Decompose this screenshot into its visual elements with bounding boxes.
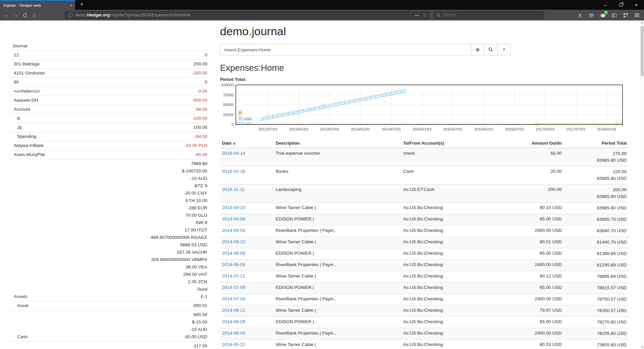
tab-close-icon[interactable]: × (67, 3, 75, 8)
sidebar-account-row: Jij100.00 (10, 123, 207, 132)
column-header-description[interactable]: Description (274, 139, 401, 148)
account-link[interactable]: 4101 Girokonto (14, 69, 45, 77)
account-link[interactable]: 95 (14, 79, 19, 86)
transaction-date-link[interactable]: 2014-07-21 (222, 273, 245, 279)
transaction-date-link[interactable]: 2014-09-23 (222, 205, 245, 210)
reload-button[interactable] (20, 11, 30, 19)
account-link[interactable]: <u>hello</u> (14, 88, 40, 95)
account-link[interactable]: Spending (17, 133, 36, 140)
transaction-amount: 80.10 USD (505, 203, 564, 214)
account-link[interactable]: lk (17, 115, 20, 122)
browser-tab[interactable]: register - hledger-web × (0, 0, 75, 10)
downloads-button[interactable] (576, 11, 584, 19)
transaction-date-link[interactable]: 2016-11-11 (222, 187, 245, 192)
column-header-period-total[interactable]: Period Total (564, 139, 629, 148)
period-total-line: 83840.70 USD (566, 228, 627, 234)
x-tick-label: 2013/07/01 (320, 127, 339, 131)
transaction-date-link[interactable]: 2018-02-28 (222, 169, 245, 174)
sidebar-account-row: Aaasets:DH-500.00 (10, 96, 207, 105)
register-row: 2014-09-08EDISON POWER |As:US:Bo:Checkin… (220, 214, 629, 226)
library-button[interactable] (587, 11, 596, 19)
clear-query-button[interactable]: ⊗ (471, 44, 484, 55)
browser-search-input[interactable] (443, 13, 530, 17)
transaction-accounts: As:US:Bo:Checking (401, 317, 505, 328)
search-button[interactable] (484, 44, 497, 55)
close-button[interactable]: × (629, 0, 644, 10)
transaction-accounts: check (401, 148, 505, 166)
extension-button[interactable]: 0 (598, 11, 607, 19)
account-link[interactable]: Cash (17, 333, 28, 341)
transaction-date-link[interactable]: 2014-06-21 (222, 308, 245, 313)
account-link[interactable]: Asset (17, 302, 29, 309)
balance-amount: BTC 9 (151, 182, 207, 190)
restore-icon (620, 3, 623, 6)
bookmark-star-icon[interactable]: ☆ (423, 12, 427, 18)
register-row: 2018-02-28BooksCash20.00220.0083985.80 U… (220, 166, 629, 185)
search-form: ⊗ ? (220, 44, 511, 55)
page-scrollbar[interactable]: ▲ ▼ (640, 20, 644, 349)
account-link[interactable]: Account (14, 106, 30, 113)
transaction-date-link[interactable]: 2014-07-09 (222, 285, 245, 290)
journal-link[interactable]: Journal (10, 42, 207, 50)
app-menu-button[interactable] (633, 11, 641, 19)
period-total-line: 200.00 (566, 187, 627, 193)
sidebar-toggle-button[interactable] (610, 11, 619, 19)
period-total-cell: 76205.60 USD (564, 328, 629, 340)
column-header-amount[interactable]: Amount Out/In (505, 139, 564, 148)
scroll-down-icon[interactable]: ▼ (640, 346, 644, 348)
back-button[interactable]: ← (1, 11, 11, 19)
register-row: 2014-09-23Wine-Tarner Cable |As:US:Bo:Ch… (220, 203, 629, 214)
account-link[interactable]: Asets:MunyPile (14, 151, 45, 158)
sidebar-account-row: Asset890.01 (10, 301, 207, 310)
transaction-date-link[interactable]: 2014-08-22 (222, 239, 245, 244)
extensions-menu-button[interactable]: + (621, 11, 630, 19)
scrollbar-thumb[interactable] (641, 26, 644, 76)
browser-search-box[interactable] (433, 11, 544, 19)
transaction-date-link[interactable]: 2014-06-03 (222, 331, 245, 336)
period-total-line: 83985.80 USD (566, 175, 627, 182)
scroll-up-icon[interactable]: ▲ (640, 21, 644, 23)
help-button[interactable]: ? (497, 44, 511, 55)
transaction-date-link[interactable]: 2014-05-21 (222, 342, 245, 347)
period-total-cell: 275.0083985.80 USD (564, 148, 629, 166)
register-row: 2014-08-03RiverBank Properties | Payin..… (220, 260, 629, 271)
transaction-date-link[interactable]: 2014-07-03 (222, 296, 245, 301)
column-header-accounts[interactable]: To/From Account(s) (401, 139, 505, 148)
new-tab-button[interactable]: + (76, 0, 87, 10)
account-link[interactable]: 301 Beiträge (14, 60, 40, 68)
transaction-date-link[interactable]: 2018-04-14 (222, 151, 245, 156)
minimize-button[interactable]: – (598, 0, 613, 10)
period-total-cell: 76270.60 USD (564, 317, 629, 328)
column-header-date[interactable]: Date∧ (220, 139, 274, 148)
query-input[interactable] (220, 44, 471, 55)
transaction-amount: 2400.00 USD (505, 260, 564, 271)
period-total-cell: 220.0083985.80 USD (564, 166, 629, 185)
transaction-date-link[interactable]: 2014-06-09 (222, 319, 245, 324)
balance-amount: ETH 10.00 (151, 197, 207, 204)
url-bar[interactable]: i demo.hledger.org/register?q=inacct%3AE… (65, 11, 430, 19)
account-link[interactable]: 12 (14, 51, 19, 59)
site-info-icon[interactable]: i (68, 13, 72, 17)
transaction-accounts: As:US:Bo:Checking (401, 305, 505, 317)
page-actions-icon[interactable]: ••• (415, 13, 420, 17)
transaction-date-link[interactable]: 2014-08-08 (222, 251, 245, 256)
help-label: ? (502, 47, 505, 52)
transaction-date-link[interactable]: 2014-09-08 (222, 216, 245, 221)
balance-amount: -94.00 (195, 106, 207, 113)
account-link[interactable]: Jij (17, 124, 21, 131)
register-row: 2014-06-21Wine-Tarner Cable |As:US:Bo:Ch… (220, 305, 629, 317)
home-button[interactable]: ⌂ (30, 11, 39, 19)
account-link[interactable]: Aktywa:mBank (14, 142, 44, 149)
transaction-date-link[interactable]: 2014-09-03 (222, 228, 245, 233)
transaction-accounts: As:US:Bo:Checking (401, 248, 505, 260)
account-link[interactable]: Assets (14, 293, 28, 300)
account-balances: 200.00 (194, 60, 207, 68)
transaction-accounts: As:US:ET:Cash (401, 185, 505, 203)
account-balances: 0 (205, 51, 207, 59)
transaction-date-link[interactable]: 2014-08-03 (222, 262, 245, 267)
account-link[interactable]: Aaasets:DH (14, 97, 38, 104)
balance-amount: 294.00 VHT (151, 271, 207, 278)
transaction-amount: 65.00 USD (505, 317, 564, 328)
forward-button[interactable]: → (11, 11, 20, 19)
restore-button[interactable] (613, 0, 629, 10)
